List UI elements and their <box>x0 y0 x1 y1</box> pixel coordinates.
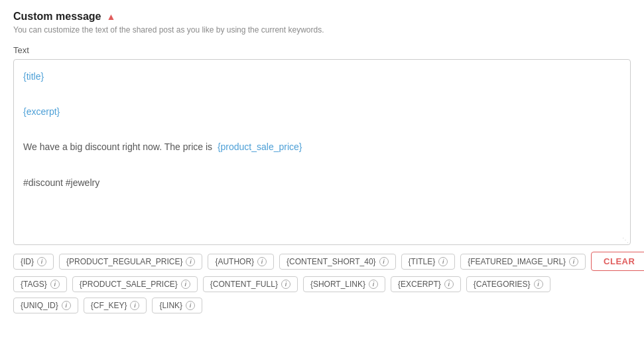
info-icon-tags[interactable]: i <box>50 280 60 289</box>
resize-handle[interactable]: ⋱ <box>622 236 629 243</box>
text-line-2: {excerpt} <box>23 86 621 121</box>
keyword-tags[interactable]: {TAGS} i <box>13 276 67 292</box>
collapse-icon[interactable]: ▲ <box>107 11 116 22</box>
keyword-product-sale-price[interactable]: {PRODUCT_SALE_PRICE} i <box>72 276 198 292</box>
keywords-row-3: {UNIQ_ID} i {CF_KEY} i {LINK} i <box>13 298 631 313</box>
info-icon-content-short-40[interactable]: i <box>379 257 389 266</box>
textarea-content[interactable]: {title} {excerpt} We have a big discount… <box>23 68 621 191</box>
keywords-row-2: {TAGS} i {PRODUCT_SALE_PRICE} i {CONTENT… <box>13 276 631 292</box>
info-icon-cf-key[interactable]: i <box>130 301 139 310</box>
keyword-categories[interactable]: {CATEGORIES} i <box>466 276 550 292</box>
keyword-title[interactable]: {TITLE} i <box>401 254 456 270</box>
custom-message-header: Custom message ▲ <box>13 11 631 23</box>
info-icon-author[interactable]: i <box>257 257 267 266</box>
subtitle: You can customize the text of the shared… <box>13 25 631 35</box>
keywords-section: {ID} i {PRODUCT_REGULAR_PRICE} i {AUTHOR… <box>13 252 631 313</box>
text-line-4: #discount #jewelry <box>23 156 621 191</box>
info-icon-categories[interactable]: i <box>534 280 543 289</box>
clear-button[interactable]: CLEAR <box>591 252 644 271</box>
text-section-label: Text <box>13 45 631 55</box>
info-icon-uniq-id[interactable]: i <box>62 301 71 310</box>
keyword-author[interactable]: {AUTHOR} i <box>208 254 274 270</box>
keyword-content-full[interactable]: {CONTENT_FULL} i <box>203 276 298 292</box>
info-icon-link[interactable]: i <box>186 301 195 310</box>
info-icon-excerpt[interactable]: i <box>444 280 454 289</box>
keyword-short-link[interactable]: {SHORT_LINK} i <box>303 276 385 292</box>
keyword-product-regular-price[interactable]: {PRODUCT_REGULAR_PRICE} i <box>59 254 202 270</box>
keyword-excerpt[interactable]: {EXCERPT} i <box>391 276 461 292</box>
keyword-link[interactable]: {LINK} i <box>152 298 202 313</box>
keyword-cf-key[interactable]: {CF_KEY} i <box>84 298 147 313</box>
page-title: Custom message <box>13 11 101 23</box>
info-icon-id[interactable]: i <box>37 257 46 266</box>
info-icon-product-regular-price[interactable]: i <box>186 257 195 266</box>
text-line-3: We have a big discount right now. The pr… <box>23 121 621 156</box>
info-icon-short-link[interactable]: i <box>369 280 378 289</box>
info-icon-title[interactable]: i <box>438 257 448 266</box>
keyword-featured-image-url[interactable]: {FEATURED_IMAGE_URL} i <box>460 254 586 270</box>
keyword-id[interactable]: {ID} i <box>13 254 54 270</box>
info-icon-featured-image-url[interactable]: i <box>569 257 578 266</box>
text-line-1: {title} <box>23 68 621 86</box>
keywords-row-1: {ID} i {PRODUCT_REGULAR_PRICE} i {AUTHOR… <box>13 252 631 271</box>
keyword-content-short-40[interactable]: {CONTENT_SHORT_40} i <box>279 254 396 270</box>
info-icon-content-full[interactable]: i <box>281 280 290 289</box>
keyword-uniq-id[interactable]: {UNIQ_ID} i <box>13 298 78 313</box>
text-area-wrapper[interactable]: {title} {excerpt} We have a big discount… <box>13 59 631 245</box>
info-icon-product-sale-price[interactable]: i <box>181 280 190 289</box>
